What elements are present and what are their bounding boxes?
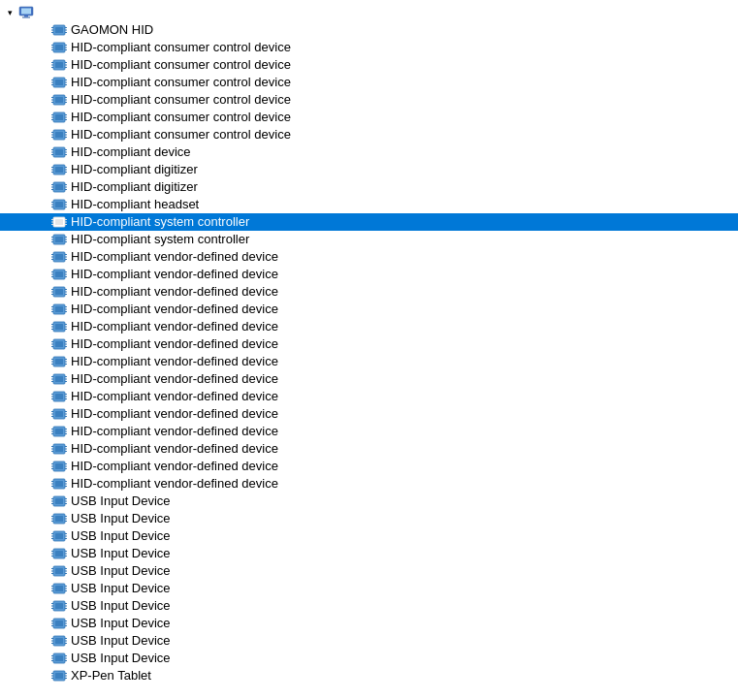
hid-device-icon [50,511,68,526]
child-item-label: HID-compliant consumer control device [71,56,291,74]
svg-rect-133 [55,306,63,312]
tree-child-item[interactable]: USB Input Device [0,580,738,597]
tree-child-item[interactable]: HID-compliant vendor-defined device [0,248,738,266]
hid-device-icon [50,528,68,544]
hid-device-icon [50,633,68,649]
svg-rect-1 [21,9,31,15]
tree-child-item[interactable]: USB Input Device [0,562,738,580]
child-item-label: HID-compliant vendor-defined device [71,440,278,458]
tree-child-item[interactable]: HID-compliant vendor-defined device [0,318,738,335]
tree-child-item[interactable]: USB Input Device [0,632,738,650]
svg-rect-293 [55,655,63,661]
tree-child-item[interactable]: HID-compliant digitizer [0,178,738,196]
child-item-label: HID-compliant headset [71,196,199,213]
hid-device-icon [50,476,68,492]
svg-rect-13 [55,45,63,50]
tree-child-item[interactable]: HID-compliant vendor-defined device [0,440,738,458]
tree-child-item[interactable]: USB Input Device [0,510,738,527]
hid-device-icon [50,563,68,579]
hid-device-icon [50,668,68,684]
tree-child-item[interactable]: HID-compliant device [0,143,738,161]
tree-child-item[interactable]: HID-compliant system controller [0,231,738,248]
child-item-label: GAOMON HID [71,21,153,39]
tree-root-item[interactable] [0,4,738,21]
tree-child-item[interactable]: HID-compliant vendor-defined device [0,301,738,318]
tree-child-item[interactable]: USB Input Device [0,493,738,510]
tree-child-item[interactable]: HID-compliant consumer control device [0,126,738,143]
tree-child-item[interactable]: GAOMON HID [0,21,738,39]
child-item-label: USB Input Device [71,493,171,510]
hid-device-icon [50,179,68,195]
svg-rect-157 [55,359,63,365]
svg-rect-213 [55,481,63,487]
hid-device-icon [50,581,68,596]
tree-child-item[interactable]: HID-compliant vendor-defined device [0,283,738,301]
tree-child-item[interactable]: USB Input Device [0,650,738,667]
hid-device-icon [50,493,68,509]
svg-rect-181 [55,411,63,417]
tree-child-item[interactable]: USB Input Device [0,597,738,615]
tree-child-item[interactable]: HID-compliant consumer control device [0,91,738,109]
svg-rect-237 [55,533,63,539]
svg-rect-253 [55,568,63,574]
child-item-label: HID-compliant consumer control device [71,109,291,126]
child-item-label: USB Input Device [71,615,171,632]
child-item-label: HID-compliant digitizer [71,161,198,178]
child-item-label: HID-compliant vendor-defined device [71,458,278,475]
child-item-label: HID-compliant consumer control device [71,91,291,109]
hid-device-icon [50,651,68,666]
child-item-label: HID-compliant consumer control device [71,74,291,91]
tree-child-item[interactable]: USB Input Device [0,527,738,545]
tree-child-item[interactable]: HID-compliant consumer control device [0,109,738,126]
child-item-label: HID-compliant consumer control device [71,126,291,143]
svg-rect-141 [55,324,63,330]
svg-rect-173 [55,394,63,399]
hid-device-icon [50,267,68,282]
tree-child-item[interactable]: HID-compliant digitizer [0,161,738,178]
tree-child-item[interactable]: HID-compliant headset [0,196,738,213]
tree-child-item[interactable]: HID-compliant system controller [0,213,738,231]
tree-child-item[interactable]: HID-compliant vendor-defined device [0,388,738,405]
tree-child-item[interactable]: HID-compliant vendor-defined device [0,475,738,493]
svg-rect-277 [55,620,63,626]
hid-device-icon [50,441,68,457]
child-item-label: USB Input Device [71,580,171,597]
child-item-label: HID-compliant consumer control device [71,39,291,56]
tree-child-item[interactable]: HID-compliant vendor-defined device [0,370,738,388]
svg-rect-221 [55,498,63,504]
hid-device-icon [50,284,68,300]
child-item-label: USB Input Device [71,650,171,667]
child-item-label: HID-compliant digitizer [71,178,198,196]
svg-rect-29 [55,80,63,85]
tree-child-item[interactable]: USB Input Device [0,615,738,632]
device-manager: GAOMON HID HID-compliant consumer contro… [0,0,738,700]
tree-child-item[interactable]: USB Input Device [0,545,738,562]
tree-child-item[interactable]: HID-compliant consumer control device [0,74,738,91]
tree-child-item[interactable]: HID-compliant vendor-defined device [0,266,738,283]
svg-rect-125 [55,289,63,295]
tree-child-item[interactable]: HID-compliant vendor-defined device [0,353,738,370]
tree-child-item[interactable]: HID-compliant consumer control device [0,56,738,74]
child-item-label: USB Input Device [71,545,171,562]
child-item-label: HID-compliant vendor-defined device [71,388,278,405]
tree-child-item[interactable]: HID-compliant vendor-defined device [0,458,738,475]
hid-device-icon [50,336,68,352]
child-item-label: USB Input Device [71,597,171,615]
tree-child-item[interactable]: HID-compliant vendor-defined device [0,405,738,423]
tree-container[interactable]: GAOMON HID HID-compliant consumer contro… [0,0,738,700]
tree-child-item[interactable]: HID-compliant vendor-defined device [0,335,738,353]
svg-rect-37 [55,97,63,103]
tree-child-item[interactable]: HID-compliant vendor-defined device [0,423,738,440]
child-item-label: HID-compliant vendor-defined device [71,405,278,423]
hid-device-icon [50,57,68,73]
tree-child-item[interactable]: XP-Pen Tablet [0,667,738,684]
hid-device-icon [50,459,68,474]
svg-rect-85 [55,202,63,207]
child-item-label: HID-compliant vendor-defined device [71,266,278,283]
tree-child-item[interactable]: HID-compliant consumer control device [0,39,738,56]
hid-device-icon [50,127,68,143]
hid-device-icon [50,319,68,334]
child-item-label: XP-Pen Tablet [71,667,151,684]
expand-icon[interactable] [2,5,17,20]
svg-rect-269 [55,603,63,609]
